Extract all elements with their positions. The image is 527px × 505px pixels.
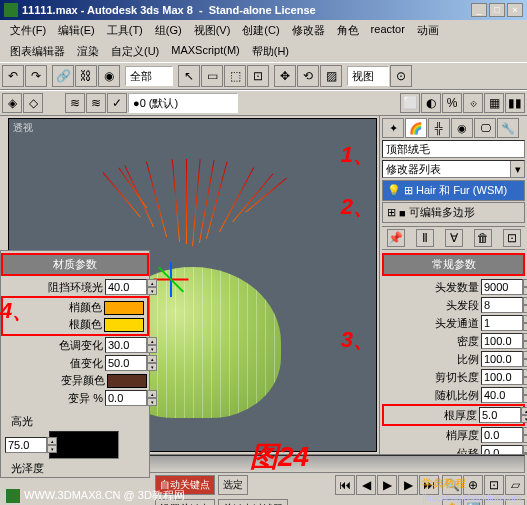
menu-animation[interactable]: 动画 bbox=[411, 22, 445, 39]
mut-color-label: 变异颜色 bbox=[61, 373, 105, 388]
selection-filter-dropdown[interactable]: 全部 bbox=[125, 66, 173, 86]
menu-character[interactable]: 角色 bbox=[331, 22, 365, 39]
menu-modifiers[interactable]: 修改器 bbox=[286, 22, 331, 39]
hue-var-spinner[interactable]: 30.0▴▾ bbox=[105, 337, 147, 353]
window-crossing-button[interactable]: ⊡ bbox=[247, 65, 269, 87]
motion-tab[interactable]: ◉ bbox=[451, 118, 473, 138]
minimize-button[interactable]: _ bbox=[471, 3, 487, 17]
command-panel: ✦ 🌈 ╬ ◉ 🖵 🔧 顶部绒毛 修改器列表 ▾ 💡 ⊞ Hair 和 Fur … bbox=[379, 116, 527, 454]
val-var-label: 值变化 bbox=[70, 356, 103, 371]
rand-scale-spinner[interactable]: 40.0▴▾ bbox=[481, 387, 523, 403]
menu-graph[interactable]: 图表编辑器 bbox=[4, 43, 71, 60]
layer-create-icon[interactable]: ◈ bbox=[2, 93, 22, 113]
spinner-snap-icon[interactable]: ⟐ bbox=[463, 93, 483, 113]
menu-create[interactable]: 创建(C) bbox=[236, 22, 285, 39]
hierarchy-tab[interactable]: ╬ bbox=[428, 118, 450, 138]
menu-edit[interactable]: 编辑(E) bbox=[52, 22, 101, 39]
bind-button[interactable]: ◉ bbox=[98, 65, 120, 87]
play-icon[interactable]: ▶ bbox=[377, 475, 397, 495]
pin-stack-icon[interactable]: 📌 bbox=[387, 229, 405, 247]
mut-color-swatch[interactable] bbox=[107, 374, 147, 388]
snap-toggle-icon[interactable]: ⬜ bbox=[400, 93, 420, 113]
menu-render[interactable]: 渲染 bbox=[71, 43, 105, 60]
density-label: 密度 bbox=[457, 334, 479, 349]
hair-segs-spinner[interactable]: 8▴▾ bbox=[481, 297, 523, 313]
menu-script[interactable]: MAXScript(M) bbox=[165, 43, 245, 60]
root-thick-spinner[interactable]: 5.0▴▾ bbox=[479, 407, 521, 423]
undo-button[interactable]: ↶ bbox=[2, 65, 24, 87]
mirror-icon[interactable]: ▮▮ bbox=[505, 93, 525, 113]
utilities-tab[interactable]: 🔧 bbox=[497, 118, 519, 138]
keyfilter-button[interactable]: 关键点过滤器 bbox=[218, 499, 288, 505]
layer-manager-icon[interactable]: ≋ bbox=[65, 93, 85, 113]
rollout-general[interactable]: 常规参数 bbox=[382, 253, 525, 276]
center-button[interactable]: ⊙ bbox=[390, 65, 412, 87]
modifier-list-dropdown[interactable]: 修改器列表 ▾ bbox=[382, 160, 525, 178]
object-name-field[interactable]: 顶部绒毛 bbox=[382, 140, 525, 158]
menu-views[interactable]: 视图(V) bbox=[188, 22, 237, 39]
scale-spinner[interactable]: 100.0▴▾ bbox=[481, 351, 523, 367]
material-header[interactable]: 材质参数 bbox=[1, 253, 149, 276]
hair-passes-spinner[interactable]: 1▴▾ bbox=[481, 315, 523, 331]
make-unique-icon[interactable]: ∀ bbox=[445, 229, 463, 247]
rotate-button[interactable]: ⟲ bbox=[297, 65, 319, 87]
named-sel-icon[interactable]: ▦ bbox=[484, 93, 504, 113]
gloss-label: 光泽度 bbox=[11, 461, 44, 476]
menu-file[interactable]: 文件(F) bbox=[4, 22, 52, 39]
val-var-spinner[interactable]: 50.0▴▾ bbox=[105, 355, 147, 371]
close-button[interactable]: × bbox=[507, 3, 523, 17]
next-frame-icon[interactable]: ▶ bbox=[398, 475, 418, 495]
density-spinner[interactable]: 100.0▴▾ bbox=[481, 333, 523, 349]
stack-hair-fur[interactable]: 💡 ⊞ Hair 和 Fur (WSM) bbox=[382, 180, 525, 201]
scale-button[interactable]: ▨ bbox=[320, 65, 342, 87]
tip-thick-label: 梢厚度 bbox=[446, 428, 479, 443]
tip-color-swatch[interactable] bbox=[104, 301, 144, 315]
annotation-3: 3、 bbox=[341, 325, 375, 355]
refcoord-dropdown[interactable]: 视图 bbox=[347, 66, 389, 86]
prev-frame-icon[interactable]: ◀ bbox=[356, 475, 376, 495]
tip-thick-spinner[interactable]: 0.0▴▾ bbox=[481, 427, 523, 443]
cut-spinner[interactable]: 100.0▴▾ bbox=[481, 369, 523, 385]
menu-help[interactable]: 帮助(H) bbox=[246, 43, 295, 60]
redo-button[interactable]: ↷ bbox=[25, 65, 47, 87]
configure-icon[interactable]: ⊡ bbox=[503, 229, 521, 247]
chevron-down-icon[interactable]: ▾ bbox=[510, 161, 524, 177]
mut-pct-spinner[interactable]: 0.0▴▾ bbox=[105, 390, 147, 406]
logo-icon bbox=[6, 489, 20, 503]
modify-tab[interactable]: 🌈 bbox=[405, 118, 427, 138]
eye-icon[interactable]: 💡 bbox=[387, 184, 401, 197]
hue-var-label: 色调变化 bbox=[59, 338, 103, 353]
hair-count-label: 头发数量 bbox=[435, 280, 479, 295]
hair-count-spinner[interactable]: 9000▴▾ bbox=[481, 279, 523, 295]
tip-color-label: 梢颜色 bbox=[69, 300, 102, 315]
link-button[interactable]: 🔗 bbox=[52, 65, 74, 87]
display-tab[interactable]: 🖵 bbox=[474, 118, 496, 138]
app-icon bbox=[4, 3, 18, 17]
spec-spinner[interactable]: 75.0▴▾ bbox=[5, 437, 47, 453]
select-button[interactable]: ↖ bbox=[178, 65, 200, 87]
menu-custom[interactable]: 自定义(U) bbox=[105, 43, 165, 60]
goto-start-icon[interactable]: ⏮ bbox=[335, 475, 355, 495]
layer-dropdown[interactable]: ● 0 (默认) bbox=[128, 93, 238, 113]
occ-label: 阻挡环境光 bbox=[48, 280, 103, 295]
angle-snap-icon[interactable]: ◐ bbox=[421, 93, 441, 113]
layer-add-icon[interactable]: ≋ bbox=[86, 93, 106, 113]
layer-sel-icon[interactable]: ✓ bbox=[107, 93, 127, 113]
percent-snap-icon[interactable]: % bbox=[442, 93, 462, 113]
select-name-button[interactable]: ▭ bbox=[201, 65, 223, 87]
move-button[interactable]: ✥ bbox=[274, 65, 296, 87]
menu-group[interactable]: 组(G) bbox=[149, 22, 188, 39]
maximize-button[interactable]: □ bbox=[489, 3, 505, 17]
stack-editable-poly[interactable]: ⊞■ 可编辑多边形 bbox=[382, 202, 525, 223]
menu-reactor[interactable]: reactor bbox=[365, 22, 411, 39]
create-tab[interactable]: ✦ bbox=[382, 118, 404, 138]
select-rect-button[interactable]: ⬚ bbox=[224, 65, 246, 87]
occ-spinner[interactable]: 40.0▴▾ bbox=[105, 279, 147, 295]
unlink-button[interactable]: ⛓ bbox=[75, 65, 97, 87]
menu-tools[interactable]: 工具(T) bbox=[101, 22, 149, 39]
remove-mod-icon[interactable]: 🗑 bbox=[474, 229, 492, 247]
selected-button[interactable]: 选定 bbox=[218, 475, 248, 495]
root-color-swatch[interactable] bbox=[104, 318, 144, 332]
show-result-icon[interactable]: Ⅱ bbox=[416, 229, 434, 247]
layer-icon2[interactable]: ◇ bbox=[23, 93, 43, 113]
